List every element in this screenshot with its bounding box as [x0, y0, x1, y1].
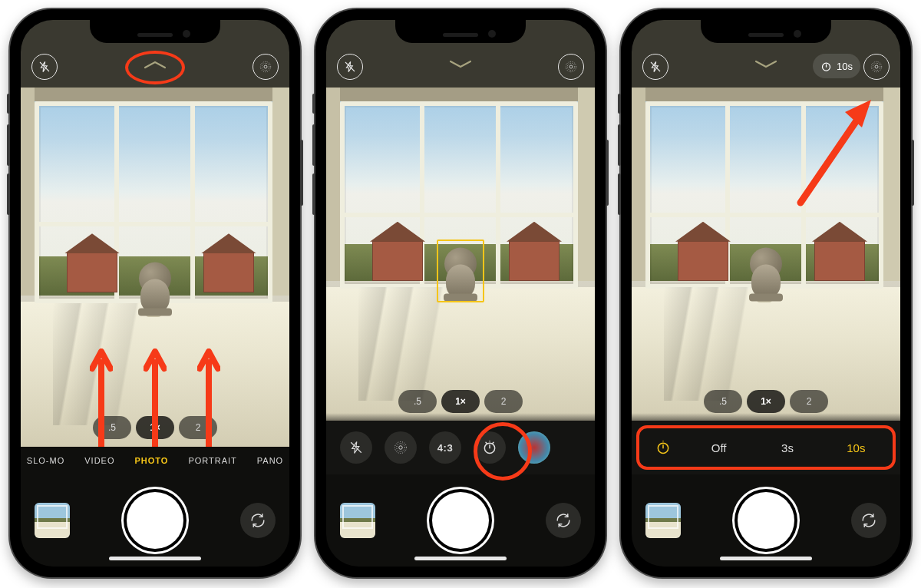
screen-3: 10s — [632, 20, 900, 567]
chevron-down-icon[interactable] — [447, 58, 474, 71]
mode-slomo[interactable]: SLO-MO — [27, 456, 64, 465]
last-photo-thumb[interactable] — [35, 503, 70, 538]
notch — [395, 20, 526, 43]
focus-rect — [437, 239, 484, 302]
flash-off-icon[interactable] — [31, 54, 58, 80]
flash-off-icon[interactable] — [337, 54, 363, 80]
viewfinder[interactable]: .5 1× 2 — [632, 88, 900, 421]
timer-badge-label: 10s — [837, 61, 853, 72]
live-photo-icon[interactable] — [863, 54, 890, 80]
timer-badge[interactable]: 10s — [813, 54, 860, 78]
svg-point-15 — [875, 65, 878, 68]
zoom-selector[interactable]: .5 1× 2 — [398, 390, 523, 413]
timer-icon — [820, 61, 832, 72]
flip-camera-icon[interactable] — [240, 503, 276, 538]
shutter-button[interactable] — [127, 492, 183, 549]
zoom-0_5x[interactable]: .5 — [398, 390, 437, 413]
svg-point-16 — [873, 63, 880, 70]
timer-options-row: Off 3s 10s — [632, 421, 900, 474]
home-indicator[interactable] — [720, 557, 812, 560]
svg-point-2 — [262, 63, 269, 70]
screen-1: .5 1× 2 SLO-MO VIDEO PHOTO — [21, 20, 289, 567]
flash-off-icon[interactable] — [642, 54, 668, 80]
mode-video[interactable]: VIDEO — [84, 456, 114, 465]
zoom-1x[interactable]: 1× — [136, 416, 174, 439]
mode-pano[interactable]: PANO — [257, 456, 283, 465]
phone-frame-3: 10s — [621, 9, 911, 577]
svg-point-1 — [264, 65, 267, 68]
flip-camera-icon[interactable] — [546, 503, 581, 538]
notch — [90, 20, 220, 43]
screen-2: .5 1× 2 4:3 — [326, 20, 595, 567]
zoom-2x[interactable]: 2 — [790, 390, 828, 413]
tray-filters-icon[interactable] — [518, 431, 550, 464]
svg-point-6 — [567, 63, 574, 70]
svg-point-5 — [569, 65, 573, 68]
zoom-2x[interactable]: 2 — [484, 390, 523, 413]
home-indicator[interactable] — [414, 557, 507, 560]
shutter-button[interactable] — [432, 492, 489, 549]
zoom-0_5x[interactable]: .5 — [93, 416, 131, 439]
mode-portrait[interactable]: PORTRAIT — [188, 456, 236, 465]
timer-3s[interactable]: 3s — [758, 441, 816, 454]
phone-frame-1: .5 1× 2 SLO-MO VIDEO PHOTO — [10, 9, 300, 577]
mode-selector[interactable]: SLO-MO VIDEO PHOTO PORTRAIT PANO — [21, 447, 289, 474]
tutorial-image: { "zoom": {"options": [".5","1×","2"], "… — [0, 0, 921, 588]
viewfinder[interactable]: .5 1× 2 — [21, 88, 289, 447]
capture-controls — [21, 474, 289, 567]
zoom-2x[interactable]: 2 — [179, 416, 217, 439]
notch — [701, 20, 831, 43]
capture-controls — [632, 474, 900, 567]
home-indicator[interactable] — [109, 557, 201, 560]
shutter-button[interactable] — [738, 492, 794, 549]
tray-aspect-button[interactable]: 4:3 — [429, 431, 461, 464]
mode-photo[interactable]: PHOTO — [134, 456, 168, 465]
capture-controls — [326, 474, 595, 567]
last-photo-thumb[interactable] — [340, 503, 375, 538]
svg-point-10 — [397, 444, 405, 452]
zoom-selector[interactable]: .5 1× 2 — [93, 416, 217, 439]
chevron-down-icon[interactable] — [753, 58, 779, 71]
phone-frame-2: .5 1× 2 4:3 — [315, 9, 606, 577]
timer-icon — [647, 440, 679, 455]
zoom-0_5x[interactable]: .5 — [704, 390, 742, 413]
zoom-selector[interactable]: .5 1× 2 — [704, 390, 828, 413]
chevron-up-icon[interactable] — [142, 58, 168, 71]
camera-options-tray: 4:3 — [326, 421, 595, 474]
flip-camera-icon[interactable] — [851, 503, 886, 538]
live-photo-icon[interactable] — [558, 54, 584, 80]
svg-point-9 — [399, 446, 403, 450]
timer-10s[interactable]: 10s — [827, 441, 885, 454]
viewfinder[interactable]: .5 1× 2 — [326, 88, 595, 421]
tray-timer-icon[interactable] — [474, 431, 506, 464]
zoom-1x[interactable]: 1× — [441, 390, 480, 413]
last-photo-thumb[interactable] — [645, 503, 681, 538]
tray-live-photo-icon[interactable] — [385, 431, 417, 464]
live-photo-icon[interactable] — [253, 54, 279, 80]
timer-off[interactable]: Off — [690, 441, 748, 454]
tray-flash-icon[interactable] — [340, 431, 372, 464]
zoom-1x[interactable]: 1× — [747, 390, 785, 413]
